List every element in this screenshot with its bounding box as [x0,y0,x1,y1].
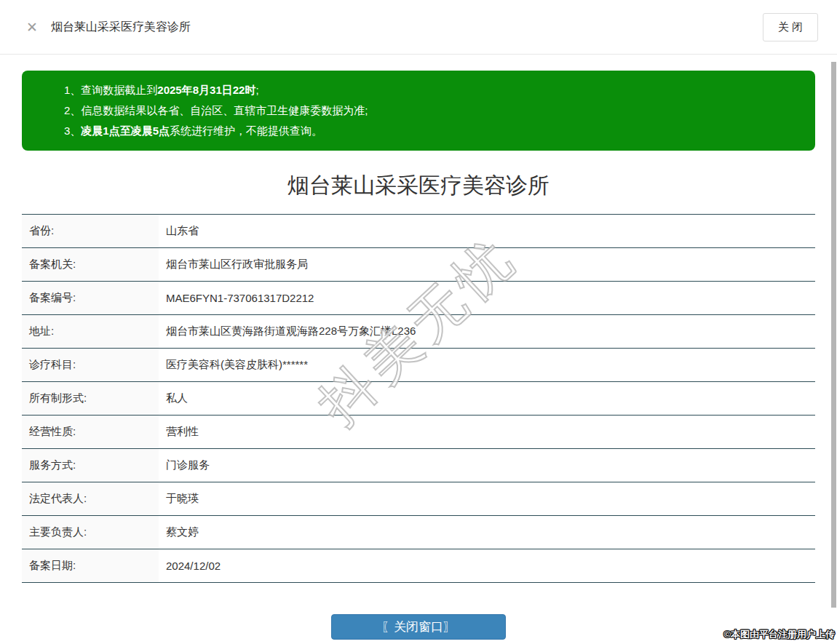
notice-item-3: 3、凌晨1点至凌晨5点系统进行维护，不能提供查询。 [64,121,801,141]
notice-prefix: 2、 [64,104,81,116]
notice-bold-text: 2025年8月31日22时 [157,84,255,96]
row-value: 私人 [159,382,188,415]
close-x-icon[interactable]: ✕ [26,20,38,34]
info-table: 省份: 山东省 备案机关: 烟台市莱山区行政审批服务局 备案编号: MAE6FY… [22,214,815,583]
row-value: 山东省 [159,215,199,247]
notice-prefix: 1、 [64,84,81,96]
notice-item-2: 2、信息数据结果以各省、自治区、直辖市卫生健康委数据为准; [64,100,801,121]
clinic-name-title: 烟台莱山采采医疗美容诊所 [22,171,815,201]
table-row-main-person-in-charge: 主要负责人: 蔡文婷 [22,516,815,549]
notice-prefix: 3、 [64,124,81,137]
row-label: 备案日期: [22,549,159,582]
table-row-business-nature: 经营性质: 营利性 [22,416,815,449]
table-row-service-mode: 服务方式: 门诊服务 [22,449,815,482]
scrollbar-thumb[interactable] [831,62,836,608]
content: 1、查询数据截止到2025年8月31日22时; 2、信息数据结果以各省、自治区、… [0,55,837,640]
row-label: 地址: [22,315,159,348]
row-value: 烟台市莱山区行政审批服务局 [159,248,308,281]
row-value: 门诊服务 [159,449,210,482]
row-value: 蔡文婷 [159,516,199,549]
notice-bold-text: 凌晨1点至凌晨5点 [81,124,170,137]
row-label: 所有制形式: [22,382,159,415]
row-value: 医疗美容科(美容皮肤科)****** [159,349,308,381]
table-row-filing-authority: 备案机关: 烟台市莱山区行政审批服务局 [22,248,815,282]
row-label: 服务方式: [22,449,159,482]
table-row-filing-date: 备案日期: 2024/12/02 [22,549,815,583]
table-row-treatment-subjects: 诊疗科目: 医疗美容科(美容皮肤科)****** [22,349,815,382]
row-value: 营利性 [159,416,199,448]
row-label: 备案编号: [22,282,159,314]
close-button[interactable]: 关 闭 [763,13,818,41]
row-label: 法定代表人: [22,482,159,515]
notice-item-1: 1、查询数据截止到2025年8月31日22时; [64,80,801,100]
scrollbar[interactable] [830,57,837,644]
notice-text: 系统进行维护，不能提供查询。 [170,124,322,137]
table-row-ownership-form: 所有制形式: 私人 [22,382,815,416]
topbar-title: 烟台莱山采采医疗美容诊所 [51,20,191,35]
row-label: 诊疗科目: [22,349,159,381]
table-row-filing-number: 备案编号: MAE6FYN1-737061317D2212 [22,282,815,315]
table-row-address: 地址: 烟台市莱山区黄海路街道观海路228号万象汇楼L236 [22,315,815,349]
row-label: 主要负责人: [22,516,159,549]
clinic-registration-page: ✕ 烟台莱山采采医疗美容诊所 关 闭 1、查询数据截止到2025年8月31日22… [0,0,837,640]
row-value: MAE6FYN1-737061317D2212 [159,282,314,314]
row-value: 2024/12/02 [159,549,221,582]
row-label: 备案机关: [22,248,159,281]
table-row-legal-representative: 法定代表人: 于晓瑛 [22,482,815,516]
row-label: 省份: [22,215,159,247]
close-window-button[interactable]: 〖关闭窗口〗 [331,614,506,640]
topbar: ✕ 烟台莱山采采医疗美容诊所 关 闭 [0,0,837,55]
notice-banner: 1、查询数据截止到2025年8月31日22时; 2、信息数据结果以各省、自治区、… [22,71,815,151]
row-value: 烟台市莱山区黄海路街道观海路228号万象汇楼L236 [159,315,416,348]
row-label: 经营性质: [22,416,159,448]
notice-text: 查询数据截止到 [81,84,157,96]
footer: 〖关闭窗口〗 [22,614,815,640]
row-value: 于晓瑛 [159,482,199,515]
notice-text: ; [255,84,258,96]
table-row-province: 省份: 山东省 [22,215,815,248]
notice-text: 信息数据结果以各省、自治区、直辖市卫生健康委数据为准; [81,104,368,116]
